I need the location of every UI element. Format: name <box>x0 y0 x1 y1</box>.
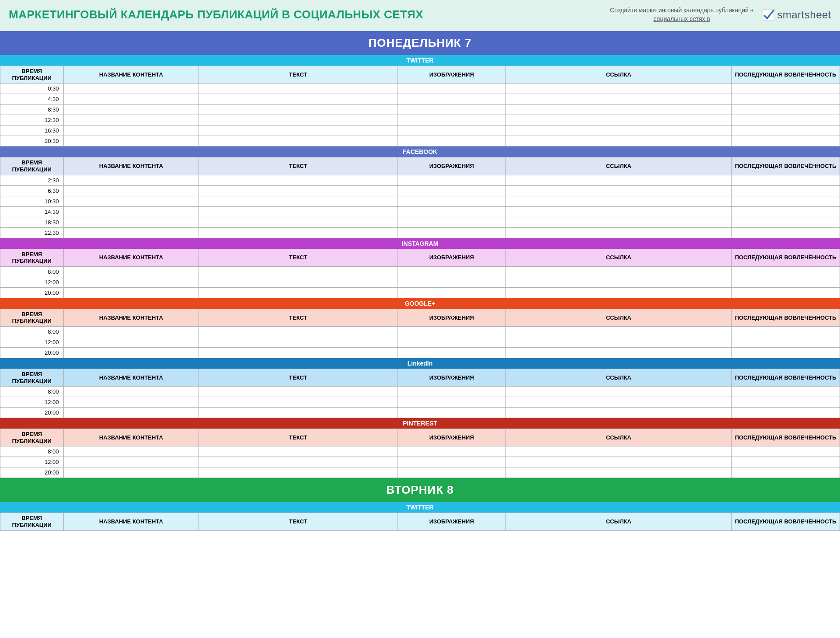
data-cell[interactable] <box>397 446 506 457</box>
data-cell[interactable] <box>199 287 397 298</box>
data-cell[interactable] <box>732 115 840 126</box>
time-cell[interactable]: 4:30 <box>0 94 64 105</box>
data-cell[interactable] <box>506 347 732 358</box>
data-cell[interactable] <box>732 105 840 115</box>
data-cell[interactable] <box>506 206 732 217</box>
data-cell[interactable] <box>63 337 199 347</box>
data-cell[interactable] <box>199 326 397 337</box>
data-cell[interactable] <box>506 217 732 227</box>
time-cell[interactable]: 22:30 <box>0 227 64 238</box>
data-cell[interactable] <box>397 397 506 408</box>
time-cell[interactable]: 12:00 <box>0 397 64 408</box>
time-cell[interactable]: 10:30 <box>0 196 64 206</box>
data-cell[interactable] <box>506 326 732 337</box>
data-cell[interactable] <box>397 457 506 467</box>
data-cell[interactable] <box>199 206 397 217</box>
data-cell[interactable] <box>397 84 506 94</box>
data-cell[interactable] <box>63 397 199 408</box>
time-cell[interactable]: 6:30 <box>0 185 64 196</box>
time-cell[interactable]: 16:30 <box>0 126 64 136</box>
data-cell[interactable] <box>732 84 840 94</box>
data-cell[interactable] <box>732 136 840 146</box>
time-cell[interactable]: 12:30 <box>0 115 64 126</box>
data-cell[interactable] <box>199 397 397 408</box>
data-cell[interactable] <box>63 227 199 238</box>
data-cell[interactable] <box>397 337 506 347</box>
data-cell[interactable] <box>732 206 840 217</box>
data-cell[interactable] <box>199 94 397 105</box>
data-cell[interactable] <box>732 337 840 347</box>
time-cell[interactable]: 8:00 <box>0 387 64 397</box>
data-cell[interactable] <box>397 105 506 115</box>
data-cell[interactable] <box>732 175 840 185</box>
data-cell[interactable] <box>732 287 840 298</box>
create-calendar-link[interactable]: Создайте маркетинговый календарь публика… <box>610 6 753 23</box>
data-cell[interactable] <box>506 105 732 115</box>
data-cell[interactable] <box>199 457 397 467</box>
data-cell[interactable] <box>732 326 840 337</box>
time-cell[interactable]: 12:00 <box>0 337 64 347</box>
time-cell[interactable]: 18:30 <box>0 217 64 227</box>
data-cell[interactable] <box>199 337 397 347</box>
data-cell[interactable] <box>506 387 732 397</box>
data-cell[interactable] <box>397 136 506 146</box>
data-cell[interactable] <box>397 94 506 105</box>
data-cell[interactable] <box>506 467 732 478</box>
data-cell[interactable] <box>199 115 397 126</box>
time-cell[interactable]: 0:30 <box>0 84 64 94</box>
data-cell[interactable] <box>199 196 397 206</box>
time-cell[interactable]: 8:30 <box>0 105 64 115</box>
data-cell[interactable] <box>506 227 732 238</box>
data-cell[interactable] <box>63 196 199 206</box>
time-cell[interactable]: 20:00 <box>0 408 64 418</box>
data-cell[interactable] <box>732 94 840 105</box>
data-cell[interactable] <box>63 126 199 136</box>
data-cell[interactable] <box>732 408 840 418</box>
data-cell[interactable] <box>732 217 840 227</box>
data-cell[interactable] <box>506 196 732 206</box>
data-cell[interactable] <box>506 94 732 105</box>
data-cell[interactable] <box>397 217 506 227</box>
time-cell[interactable]: 20:00 <box>0 287 64 298</box>
data-cell[interactable] <box>199 84 397 94</box>
data-cell[interactable] <box>506 136 732 146</box>
data-cell[interactable] <box>732 277 840 287</box>
data-cell[interactable] <box>506 185 732 196</box>
data-cell[interactable] <box>199 266 397 277</box>
data-cell[interactable] <box>199 277 397 287</box>
data-cell[interactable] <box>506 287 732 298</box>
data-cell[interactable] <box>732 457 840 467</box>
data-cell[interactable] <box>397 126 506 136</box>
data-cell[interactable] <box>199 105 397 115</box>
data-cell[interactable] <box>732 467 840 478</box>
data-cell[interactable] <box>506 397 732 408</box>
data-cell[interactable] <box>732 227 840 238</box>
time-cell[interactable]: 8:00 <box>0 326 64 337</box>
data-cell[interactable] <box>199 467 397 478</box>
data-cell[interactable] <box>63 467 199 478</box>
data-cell[interactable] <box>63 408 199 418</box>
data-cell[interactable] <box>199 446 397 457</box>
data-cell[interactable] <box>199 227 397 238</box>
data-cell[interactable] <box>397 185 506 196</box>
data-cell[interactable] <box>199 408 397 418</box>
data-cell[interactable] <box>506 175 732 185</box>
time-cell[interactable]: 8:00 <box>0 446 64 457</box>
data-cell[interactable] <box>63 387 199 397</box>
data-cell[interactable] <box>63 115 199 126</box>
data-cell[interactable] <box>199 185 397 196</box>
data-cell[interactable] <box>63 277 199 287</box>
data-cell[interactable] <box>506 126 732 136</box>
data-cell[interactable] <box>397 408 506 418</box>
data-cell[interactable] <box>63 457 199 467</box>
data-cell[interactable] <box>397 387 506 397</box>
data-cell[interactable] <box>63 446 199 457</box>
data-cell[interactable] <box>63 185 199 196</box>
data-cell[interactable] <box>63 206 199 217</box>
data-cell[interactable] <box>397 326 506 337</box>
data-cell[interactable] <box>732 387 840 397</box>
data-cell[interactable] <box>397 467 506 478</box>
data-cell[interactable] <box>199 136 397 146</box>
data-cell[interactable] <box>506 115 732 126</box>
data-cell[interactable] <box>397 175 506 185</box>
